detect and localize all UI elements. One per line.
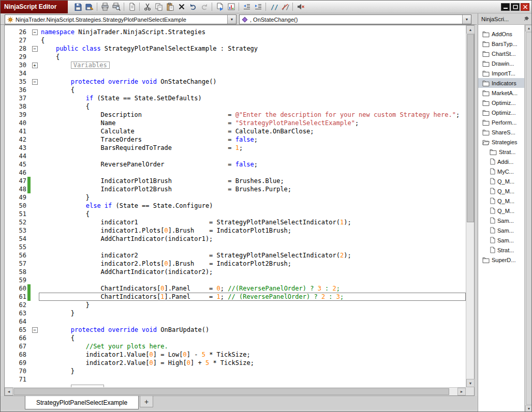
- tree-item[interactable]: Sam...: [478, 216, 524, 225]
- code-line-64[interactable]: 64: [5, 317, 466, 326]
- code-line-44[interactable]: 44: [5, 152, 466, 160]
- scroll-up-icon[interactable]: ▲: [525, 25, 532, 32]
- cut-button[interactable]: [142, 2, 153, 12]
- save-as-button[interactable]: [84, 2, 95, 12]
- tree-item[interactable]: Strat...: [478, 245, 524, 255]
- code-line-28[interactable]: 28− public class StrategyPlotPanelSelect…: [5, 44, 466, 53]
- compile-button[interactable]: [214, 2, 225, 12]
- code-wizard-button[interactable]: [226, 2, 237, 12]
- collapse-toggle-icon[interactable]: −: [32, 46, 38, 52]
- tree-item[interactable]: SuperD...: [478, 255, 524, 265]
- code-line-48[interactable]: 48 IndicatorPlot2Brush = Brushes.Purple;: [5, 185, 466, 193]
- tree-item[interactable]: Q_M...: [478, 176, 524, 186]
- tree-item[interactable]: ImportT...: [478, 68, 524, 78]
- code-line-56[interactable]: 56 indicator2 = StrategyPlotPanelSelectI…: [5, 251, 466, 260]
- tree-item[interactable]: Sam...: [478, 235, 524, 245]
- scroll-down-icon[interactable]: ▼: [525, 405, 532, 412]
- uncomment-selection-button[interactable]: //: [279, 2, 290, 12]
- code-line-38[interactable]: 38 {: [5, 102, 466, 111]
- tab-strategy-plot-panel-select-example[interactable]: StrategyPlotPanelSelectExample: [25, 396, 139, 409]
- tree-item[interactable]: BarsTyp...: [478, 39, 524, 49]
- code-line-62[interactable]: 62 }: [5, 301, 466, 309]
- tree-item[interactable]: Optimiz...: [478, 108, 524, 117]
- compile-sound-off-button[interactable]: [295, 2, 306, 12]
- explorer-scroll-thumb[interactable]: [526, 32, 532, 405]
- code-line-43[interactable]: 43 BarsRequiredToTrade = 1;: [5, 144, 466, 152]
- code-area[interactable]: 26−namespace NinjaTrader.NinjaScript.Str…: [5, 25, 466, 387]
- code-line-30[interactable]: 30+ Variables: [5, 61, 466, 69]
- paste-button[interactable]: [165, 2, 175, 12]
- code-line-51[interactable]: 51 {: [5, 210, 466, 218]
- code-line-47[interactable]: 47 IndicatorPlot1Brush = Brushes.Blue;: [5, 177, 466, 185]
- delete-button[interactable]: [176, 2, 187, 12]
- code-line-46[interactable]: 46: [5, 169, 466, 177]
- code-line-68[interactable]: 68 indicator1.Value[0] = Low[0] - 5 * Ti…: [5, 350, 466, 359]
- close-button[interactable]: [521, 3, 529, 11]
- scroll-right-icon[interactable]: ►: [457, 388, 466, 395]
- collapse-toggle-icon[interactable]: −: [32, 29, 38, 35]
- code-line-29[interactable]: 29 {: [5, 53, 466, 61]
- code-line-35[interactable]: 35− protected override void OnStateChang…: [5, 78, 466, 86]
- copy-button[interactable]: [153, 2, 164, 12]
- tree-item[interactable]: Sam...: [478, 225, 524, 235]
- collapsed-region-box[interactable]: Variables: [71, 62, 110, 69]
- code-line-49[interactable]: 49 }: [5, 193, 466, 202]
- tree-item[interactable]: Drawin...: [478, 58, 524, 68]
- tree-item[interactable]: Optimiz...: [478, 98, 524, 108]
- horizontal-scroll-thumb[interactable]: [13, 388, 449, 395]
- redo-button[interactable]: [199, 2, 210, 12]
- code-line-71[interactable]: 71: [5, 375, 466, 384]
- code-snippets-button[interactable]: [126, 2, 137, 12]
- scroll-up-icon[interactable]: ▲: [466, 25, 475, 34]
- code-line-66[interactable]: 66 {: [5, 334, 466, 342]
- code-line-34[interactable]: 34: [5, 69, 466, 78]
- collapse-toggle-icon[interactable]: −: [32, 327, 38, 333]
- tree-item[interactable]: Strategies: [478, 137, 524, 147]
- dropdown-arrow-icon[interactable]: ▼: [227, 15, 236, 24]
- code-line-61[interactable]: 61 ChartIndicators[1].Panel = 1; // (Rev…: [5, 293, 466, 301]
- code-line-70[interactable]: 70 }: [5, 367, 466, 375]
- code-line-60[interactable]: 60 ChartIndicators[0].Panel = 0; //(Reve…: [5, 284, 466, 293]
- decrease-indent-button[interactable]: [241, 2, 252, 12]
- tree-item[interactable]: Perform...: [478, 117, 524, 127]
- tree-item[interactable]: AddOns: [478, 29, 524, 39]
- scroll-down-icon[interactable]: ▼: [466, 379, 475, 387]
- code-line-26[interactable]: 26−namespace NinjaTrader.NinjaScript.Str…: [5, 28, 466, 36]
- tree-item[interactable]: Q_M...: [478, 196, 524, 206]
- code-line-65[interactable]: 65− protected override void OnBarUpdate(…: [5, 326, 466, 334]
- dropdown-arrow-icon[interactable]: ▼: [462, 15, 471, 24]
- tree-item[interactable]: Strat...: [478, 147, 524, 157]
- editor-vertical-scrollbar[interactable]: ▲ ▼: [466, 25, 474, 387]
- member-dropdown[interactable]: , OnStateChange() ▼: [239, 14, 471, 24]
- code-line-50[interactable]: 50 else if (State == State.Configure): [5, 202, 466, 210]
- type-dropdown[interactable]: NinjaTrader.NinjaScript.Strategies.Strat…: [5, 14, 237, 24]
- code-line-37[interactable]: 37 if (State == State.SetDefaults): [5, 94, 466, 102]
- save-button[interactable]: [72, 2, 83, 12]
- tree-item[interactable]: MarketA...: [478, 88, 524, 98]
- tree-item[interactable]: Q_M...: [478, 186, 524, 196]
- code-line-57[interactable]: 57 indicator2.Plots[0].Brush = Indicator…: [5, 260, 466, 268]
- explorer-scrollbar[interactable]: ▲ ▼: [525, 25, 532, 412]
- tree-item[interactable]: Q_M...: [478, 206, 524, 216]
- code-line-40[interactable]: 40 Name = "StrategyPlotPanelSelectExampl…: [5, 119, 466, 127]
- code-line-58[interactable]: 58 AddChartIndicator(indicator2);: [5, 268, 466, 276]
- code-line-42[interactable]: 42 TraceOrders = false;: [5, 135, 466, 144]
- print-button[interactable]: [99, 2, 110, 12]
- expand-toggle-icon[interactable]: +: [32, 63, 38, 68]
- code-line-45[interactable]: 45 ReversePanelOrder = false;: [5, 160, 466, 169]
- new-tab-button[interactable]: +: [140, 396, 153, 407]
- scroll-left-icon[interactable]: ◄: [5, 388, 13, 395]
- code-line-67[interactable]: 67 //Set your plots here.: [5, 342, 466, 350]
- code-line-39[interactable]: 39 Description = @"Enter the description…: [5, 111, 466, 119]
- tree-item[interactable]: ShareS...: [478, 127, 524, 137]
- vertical-scroll-thumb[interactable]: [467, 34, 474, 222]
- code-line-41[interactable]: 41 Calculate = Calculate.OnBarClose;: [5, 127, 466, 135]
- maximize-button[interactable]: [511, 3, 520, 11]
- code-line-69[interactable]: 69 indicator2.Value[0] = High[0] + 5 * T…: [5, 359, 466, 367]
- code-line-27[interactable]: 27{: [5, 36, 466, 44]
- undo-button[interactable]: [187, 2, 198, 12]
- code-line-52[interactable]: 52 indicator1 = StrategyPlotPanelSelectI…: [5, 218, 466, 226]
- minimize-button[interactable]: [501, 3, 510, 11]
- code-line-36[interactable]: 36 {: [5, 86, 466, 94]
- code-line-54[interactable]: 54 AddChartIndicator(indicator1);: [5, 235, 466, 243]
